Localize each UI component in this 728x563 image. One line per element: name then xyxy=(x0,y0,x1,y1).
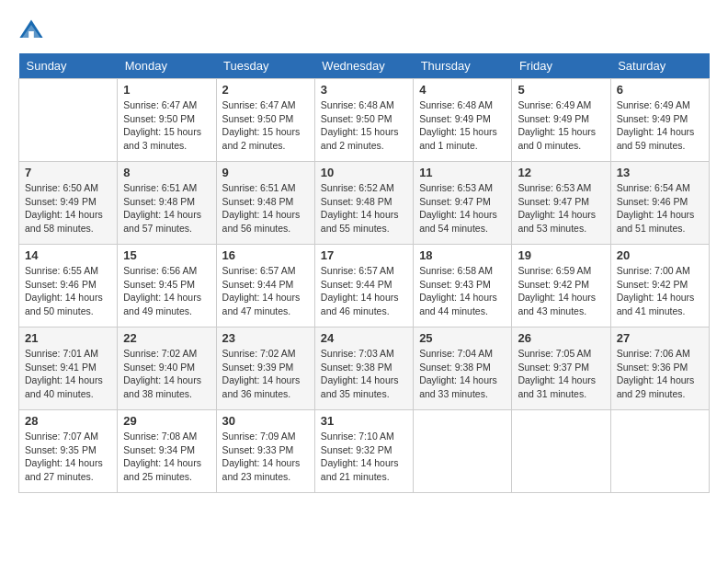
day-number: 23 xyxy=(222,331,309,345)
day-info: Sunrise: 6:49 AM Sunset: 9:49 PM Dayligh… xyxy=(518,98,604,153)
header-day-saturday: Saturday xyxy=(610,53,709,79)
day-info: Sunrise: 6:51 AM Sunset: 9:48 PM Dayligh… xyxy=(123,181,210,236)
day-info: Sunrise: 6:57 AM Sunset: 9:44 PM Dayligh… xyxy=(222,264,309,318)
day-info: Sunrise: 6:58 AM Sunset: 9:43 PM Dayligh… xyxy=(419,264,506,318)
day-info: Sunrise: 6:57 AM Sunset: 9:44 PM Dayligh… xyxy=(321,264,407,318)
day-number: 21 xyxy=(25,331,111,345)
day-number: 19 xyxy=(518,248,604,262)
day-info: Sunrise: 6:48 AM Sunset: 9:49 PM Dayligh… xyxy=(419,98,506,153)
calendar-cell: 13Sunrise: 6:54 AM Sunset: 9:46 PM Dayli… xyxy=(610,162,709,245)
calendar-cell: 26Sunrise: 7:05 AM Sunset: 9:37 PM Dayli… xyxy=(512,327,610,410)
calendar-cell: 28Sunrise: 7:07 AM Sunset: 9:35 PM Dayli… xyxy=(19,410,118,493)
calendar-cell: 4Sunrise: 6:48 AM Sunset: 9:49 PM Daylig… xyxy=(414,79,512,162)
day-number: 28 xyxy=(25,414,111,428)
calendar-cell: 9Sunrise: 6:51 AM Sunset: 9:48 PM Daylig… xyxy=(216,162,314,245)
calendar-table: SundayMondayTuesdayWednesdayThursdayFrid… xyxy=(18,53,710,493)
calendar-cell: 1Sunrise: 6:47 AM Sunset: 9:50 PM Daylig… xyxy=(118,79,216,162)
day-info: Sunrise: 7:10 AM Sunset: 9:32 PM Dayligh… xyxy=(321,430,407,484)
day-info: Sunrise: 6:53 AM Sunset: 9:47 PM Dayligh… xyxy=(518,181,604,236)
day-number: 10 xyxy=(321,166,407,179)
day-info: Sunrise: 6:50 AM Sunset: 9:49 PM Dayligh… xyxy=(25,181,111,236)
day-number: 22 xyxy=(123,331,210,345)
day-number: 4 xyxy=(419,83,506,97)
logo xyxy=(18,18,48,44)
day-info: Sunrise: 6:48 AM Sunset: 9:50 PM Dayligh… xyxy=(321,98,407,153)
calendar-cell: 27Sunrise: 7:06 AM Sunset: 9:36 PM Dayli… xyxy=(610,327,709,410)
day-number: 6 xyxy=(617,83,703,97)
day-info: Sunrise: 7:09 AM Sunset: 9:33 PM Dayligh… xyxy=(222,430,309,484)
day-number: 26 xyxy=(518,331,604,345)
day-number: 16 xyxy=(222,248,309,262)
day-info: Sunrise: 7:08 AM Sunset: 9:34 PM Dayligh… xyxy=(123,430,210,484)
day-number: 1 xyxy=(123,83,210,97)
calendar-cell: 6Sunrise: 6:49 AM Sunset: 9:49 PM Daylig… xyxy=(610,79,709,162)
calendar-cell: 5Sunrise: 6:49 AM Sunset: 9:49 PM Daylig… xyxy=(512,79,610,162)
day-info: Sunrise: 7:02 AM Sunset: 9:40 PM Dayligh… xyxy=(123,347,210,401)
calendar-cell: 21Sunrise: 7:01 AM Sunset: 9:41 PM Dayli… xyxy=(19,327,118,410)
day-info: Sunrise: 6:47 AM Sunset: 9:50 PM Dayligh… xyxy=(123,98,210,153)
day-number: 30 xyxy=(222,414,309,428)
calendar-cell xyxy=(19,79,118,162)
week-row-2: 7Sunrise: 6:50 AM Sunset: 9:49 PM Daylig… xyxy=(19,162,710,245)
day-number: 14 xyxy=(25,248,111,262)
calendar-cell: 20Sunrise: 7:00 AM Sunset: 9:42 PM Dayli… xyxy=(610,245,709,327)
day-number: 11 xyxy=(419,166,506,179)
calendar-cell: 23Sunrise: 7:02 AM Sunset: 9:39 PM Dayli… xyxy=(216,327,314,410)
day-number: 13 xyxy=(617,166,703,179)
logo-icon xyxy=(18,18,44,44)
calendar-cell: 7Sunrise: 6:50 AM Sunset: 9:49 PM Daylig… xyxy=(19,162,118,245)
calendar-cell: 30Sunrise: 7:09 AM Sunset: 9:33 PM Dayli… xyxy=(216,410,314,493)
calendar-cell: 17Sunrise: 6:57 AM Sunset: 9:44 PM Dayli… xyxy=(314,245,413,327)
day-info: Sunrise: 7:07 AM Sunset: 9:35 PM Dayligh… xyxy=(25,430,111,484)
day-info: Sunrise: 6:51 AM Sunset: 9:48 PM Dayligh… xyxy=(222,181,309,236)
day-info: Sunrise: 7:04 AM Sunset: 9:38 PM Dayligh… xyxy=(419,347,506,401)
day-info: Sunrise: 7:00 AM Sunset: 9:42 PM Dayligh… xyxy=(617,264,703,318)
day-number: 17 xyxy=(321,248,407,262)
calendar-cell: 31Sunrise: 7:10 AM Sunset: 9:32 PM Dayli… xyxy=(314,410,413,493)
header-day-friday: Friday xyxy=(512,53,610,79)
day-number: 27 xyxy=(617,331,703,345)
day-info: Sunrise: 7:06 AM Sunset: 9:36 PM Dayligh… xyxy=(617,347,703,401)
week-row-1: 1Sunrise: 6:47 AM Sunset: 9:50 PM Daylig… xyxy=(19,79,710,162)
day-number: 7 xyxy=(25,166,111,179)
day-number: 8 xyxy=(123,166,210,179)
svg-rect-2 xyxy=(28,31,34,38)
calendar-cell xyxy=(512,410,610,493)
calendar-cell: 29Sunrise: 7:08 AM Sunset: 9:34 PM Dayli… xyxy=(118,410,216,493)
calendar-cell: 8Sunrise: 6:51 AM Sunset: 9:48 PM Daylig… xyxy=(118,162,216,245)
day-number: 5 xyxy=(518,83,604,97)
day-info: Sunrise: 6:59 AM Sunset: 9:42 PM Dayligh… xyxy=(518,264,604,318)
header-day-wednesday: Wednesday xyxy=(314,53,413,79)
day-info: Sunrise: 6:54 AM Sunset: 9:46 PM Dayligh… xyxy=(617,181,703,236)
day-number: 25 xyxy=(419,331,506,345)
calendar-cell: 19Sunrise: 6:59 AM Sunset: 9:42 PM Dayli… xyxy=(512,245,610,327)
week-row-3: 14Sunrise: 6:55 AM Sunset: 9:46 PM Dayli… xyxy=(19,245,710,327)
calendar-cell: 12Sunrise: 6:53 AM Sunset: 9:47 PM Dayli… xyxy=(512,162,610,245)
header-day-monday: Monday xyxy=(118,53,216,79)
week-row-4: 21Sunrise: 7:01 AM Sunset: 9:41 PM Dayli… xyxy=(19,327,710,410)
day-info: Sunrise: 6:47 AM Sunset: 9:50 PM Dayligh… xyxy=(222,98,309,153)
calendar-cell: 25Sunrise: 7:04 AM Sunset: 9:38 PM Dayli… xyxy=(414,327,512,410)
calendar-cell: 24Sunrise: 7:03 AM Sunset: 9:38 PM Dayli… xyxy=(314,327,413,410)
calendar-cell: 11Sunrise: 6:53 AM Sunset: 9:47 PM Dayli… xyxy=(414,162,512,245)
day-number: 9 xyxy=(222,166,309,179)
calendar-cell: 16Sunrise: 6:57 AM Sunset: 9:44 PM Dayli… xyxy=(216,245,314,327)
day-number: 2 xyxy=(222,83,309,97)
day-info: Sunrise: 6:49 AM Sunset: 9:49 PM Dayligh… xyxy=(617,98,703,153)
day-info: Sunrise: 6:52 AM Sunset: 9:48 PM Dayligh… xyxy=(321,181,407,236)
day-number: 24 xyxy=(321,331,407,345)
day-info: Sunrise: 6:56 AM Sunset: 9:45 PM Dayligh… xyxy=(123,264,210,318)
day-info: Sunrise: 7:03 AM Sunset: 9:38 PM Dayligh… xyxy=(321,347,407,401)
calendar-cell: 15Sunrise: 6:56 AM Sunset: 9:45 PM Dayli… xyxy=(118,245,216,327)
header-day-thursday: Thursday xyxy=(414,53,512,79)
day-info: Sunrise: 6:53 AM Sunset: 9:47 PM Dayligh… xyxy=(419,181,506,236)
calendar-cell: 14Sunrise: 6:55 AM Sunset: 9:46 PM Dayli… xyxy=(19,245,118,327)
header-day-sunday: Sunday xyxy=(19,53,118,79)
page-header xyxy=(18,18,710,44)
day-info: Sunrise: 7:02 AM Sunset: 9:39 PM Dayligh… xyxy=(222,347,309,401)
day-number: 18 xyxy=(419,248,506,262)
day-info: Sunrise: 6:55 AM Sunset: 9:46 PM Dayligh… xyxy=(25,264,111,318)
week-row-5: 28Sunrise: 7:07 AM Sunset: 9:35 PM Dayli… xyxy=(19,410,710,493)
header-day-tuesday: Tuesday xyxy=(216,53,314,79)
calendar-cell: 18Sunrise: 6:58 AM Sunset: 9:43 PM Dayli… xyxy=(414,245,512,327)
